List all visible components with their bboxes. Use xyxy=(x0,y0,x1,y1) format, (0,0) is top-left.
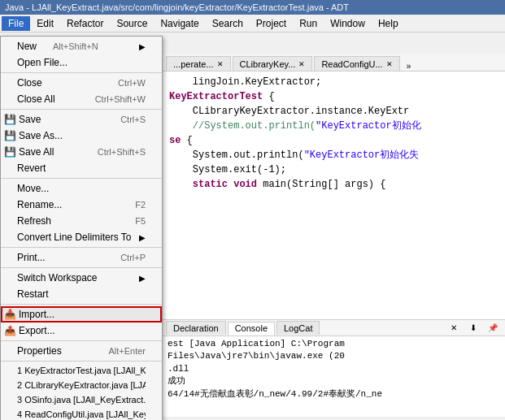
export-icon: 📤 xyxy=(4,325,16,336)
console-pin-btn[interactable]: 📌 xyxy=(484,320,502,336)
code-editor[interactable]: lingJoin.KeyExtractor; KeyExtractorTest … xyxy=(163,71,505,319)
menu-file-closeall-shortcut: Ctrl+Shift+W xyxy=(95,94,146,104)
code-line-7: //System.out.println("KeyExtractor初始化 xyxy=(169,119,498,133)
import-icon: 📥 xyxy=(4,309,16,320)
menu-file-closeall[interactable]: Close All Ctrl+Shift+W xyxy=(1,91,162,107)
save-icon: 💾 xyxy=(4,114,16,125)
saveas-icon: 💾 xyxy=(4,130,16,141)
menu-file-revert-label: Revert xyxy=(17,162,46,174)
code-line-10: System.exit(-1); xyxy=(169,162,498,177)
menu-file-open-label: Open File... xyxy=(17,57,67,68)
tab-clibrary-label: CLibraryKey... xyxy=(240,59,296,69)
menu-file-print-label: Print... xyxy=(17,252,46,263)
tab-close-icon-2[interactable]: ✕ xyxy=(298,60,305,68)
menu-file-properties[interactable]: Properties Alt+Enter xyxy=(1,343,162,359)
menu-file-recent-3[interactable]: 3 OSinfo.java [LJAll_KeyExtract.java/...… xyxy=(1,392,162,407)
console-line-1: est [Java Application] C:\Program Files\… xyxy=(168,338,500,363)
menu-file-refresh-shortcut: F5 xyxy=(135,216,146,226)
menu-help[interactable]: Help xyxy=(372,16,405,31)
tab-operate[interactable]: ...perate... ✕ xyxy=(166,56,231,71)
menu-file-export-label: Export... xyxy=(19,325,55,336)
tab-overflow[interactable]: » xyxy=(403,62,415,71)
console-scroll-btn[interactable]: ⬇ xyxy=(464,320,482,336)
menu-bar: File Edit Refactor Source Navigate Searc… xyxy=(0,15,505,32)
menu-file-lineend[interactable]: Convert Line Delimiters To ▶ xyxy=(1,229,162,245)
menu-file-print[interactable]: Print... Ctrl+P xyxy=(1,249,162,266)
menu-file-saveas-label: Save As... xyxy=(19,130,63,141)
menu-file-recent-4[interactable]: 4 ReadConfigUtil.java [LJAll_KeyExtra...… xyxy=(1,407,162,420)
menu-file-saveas[interactable]: 💾 Save As... xyxy=(1,128,162,144)
tab-console-label: Console xyxy=(235,323,268,333)
code-line-3: KeyExtractorTest { xyxy=(169,89,498,104)
menu-navigate[interactable]: Navigate xyxy=(154,16,205,31)
menu-source[interactable]: Source xyxy=(110,16,154,31)
console-clear-btn[interactable]: ✕ xyxy=(445,320,463,336)
tab-logcat[interactable]: LogCat xyxy=(276,321,320,335)
menu-file-recent-2-label: 2 CLibraryKeyExtractor.java [LJAll_Ke...… xyxy=(17,380,146,390)
menu-refactor[interactable]: Refactor xyxy=(60,16,110,31)
code-line-6: CLibraryKeyExtractor.instance.KeyExtr xyxy=(169,104,498,119)
editor-tabs: ...perate... ✕ CLibraryKey... ✕ ReadConf… xyxy=(163,54,505,71)
menu-file-rename-shortcut: F2 xyxy=(135,200,146,210)
console-line-3: .dll xyxy=(168,363,500,375)
saveall-icon: 💾 xyxy=(4,146,16,158)
menu-file-import[interactable]: 📥 Import... xyxy=(1,306,162,323)
tab-declaration-label: Declaration xyxy=(173,323,219,333)
tab-clibrary[interactable]: CLibraryKey... ✕ xyxy=(233,56,313,71)
menu-file-workspace-label: Switch Workspace xyxy=(17,272,97,284)
tab-operate-label: ...perate... xyxy=(173,59,214,69)
code-line-1: lingJoin.KeyExtractor; xyxy=(169,75,498,89)
separator-6 xyxy=(1,304,162,305)
tab-declaration[interactable]: Declaration xyxy=(166,321,226,335)
separator-5 xyxy=(1,267,162,268)
title-bar: Java - LJAll_KeyExtract.java/src/com/lin… xyxy=(0,0,505,15)
tab-close-icon[interactable]: ✕ xyxy=(217,60,224,68)
menu-file-restart[interactable]: Restart xyxy=(1,286,162,302)
menu-file-refresh-label: Refresh xyxy=(17,215,51,227)
arrow-icon-3: ▶ xyxy=(139,274,146,283)
menu-file-close[interactable]: Close Ctrl+W xyxy=(1,75,162,91)
tab-console[interactable]: Console xyxy=(228,322,275,336)
menu-search[interactable]: Search xyxy=(206,16,250,31)
menu-window[interactable]: Window xyxy=(324,16,372,31)
menu-file-recent-3-label: 3 OSinfo.java [LJAll_KeyExtract.java/...… xyxy=(17,395,146,405)
tab-logcat-label: LogCat xyxy=(284,323,312,333)
menu-file-recent-2[interactable]: 2 CLibraryKeyExtractor.java [LJAll_Ke...… xyxy=(1,378,162,392)
menu-edit[interactable]: Edit xyxy=(30,16,60,31)
tab-close-icon-3[interactable]: ✕ xyxy=(386,60,393,68)
menu-file-export[interactable]: 📤 Export... xyxy=(1,323,162,339)
editor-area: ...perate... ✕ CLibraryKey... ✕ ReadConf… xyxy=(163,54,505,417)
console-output: est [Java Application] C:\Program Files\… xyxy=(163,336,505,417)
menu-file-recent-1[interactable]: 1 KeyExtractorTest.java [LJAll_KeyExt...… xyxy=(1,363,162,378)
menu-file-save[interactable]: 💾 Save Ctrl+S xyxy=(1,111,162,128)
code-line-8: se { xyxy=(169,133,498,148)
menu-file-close-shortcut: Ctrl+W xyxy=(118,78,146,88)
menu-file-save-label: Save xyxy=(19,114,41,125)
separator-7 xyxy=(1,340,162,341)
separator-3 xyxy=(1,178,162,179)
arrow-icon-2: ▶ xyxy=(139,233,146,242)
separator-8 xyxy=(1,361,162,362)
tab-readconfig[interactable]: ReadConfigU... ✕ xyxy=(314,56,399,71)
menu-file-import-label: Import... xyxy=(19,309,54,320)
menu-run[interactable]: Run xyxy=(293,16,324,31)
title-text: Java - LJAll_KeyExtract.java/src/com/lin… xyxy=(5,2,349,12)
menu-file-saveall-shortcut: Ctrl+Shift+S xyxy=(98,147,146,157)
menu-file-lineend-label: Convert Line Delimiters To xyxy=(17,232,132,243)
menu-file-move[interactable]: Move... xyxy=(1,180,162,197)
menu-file-open[interactable]: Open File... xyxy=(1,54,162,71)
file-menu-dropdown: New Alt+Shift+N ▶ Open File... Close Ctr… xyxy=(0,36,163,420)
menu-file-refresh[interactable]: Refresh F5 xyxy=(1,213,162,229)
menu-file-rename[interactable]: Rename... F2 xyxy=(1,197,162,213)
menu-file-restart-label: Restart xyxy=(17,288,49,300)
menu-project[interactable]: Project xyxy=(250,16,293,31)
menu-file[interactable]: File xyxy=(2,16,30,31)
bottom-panel: Declaration Console LogCat ✕ ⬇ 📌 est [Ja… xyxy=(163,319,505,417)
menu-file-rename-label: Rename... xyxy=(17,199,62,210)
menu-file-revert[interactable]: Revert xyxy=(1,160,162,176)
menu-file-new[interactable]: New Alt+Shift+N ▶ xyxy=(1,38,162,54)
console-line-5: 64/14#无偿献血表彰/n_new/4.99/2#奉献奖/n_ne xyxy=(168,388,500,401)
menu-file-new-label: New xyxy=(17,41,37,52)
menu-file-saveall[interactable]: 💾 Save All Ctrl+Shift+S xyxy=(1,144,162,160)
menu-file-workspace[interactable]: Switch Workspace ▶ xyxy=(1,270,162,286)
